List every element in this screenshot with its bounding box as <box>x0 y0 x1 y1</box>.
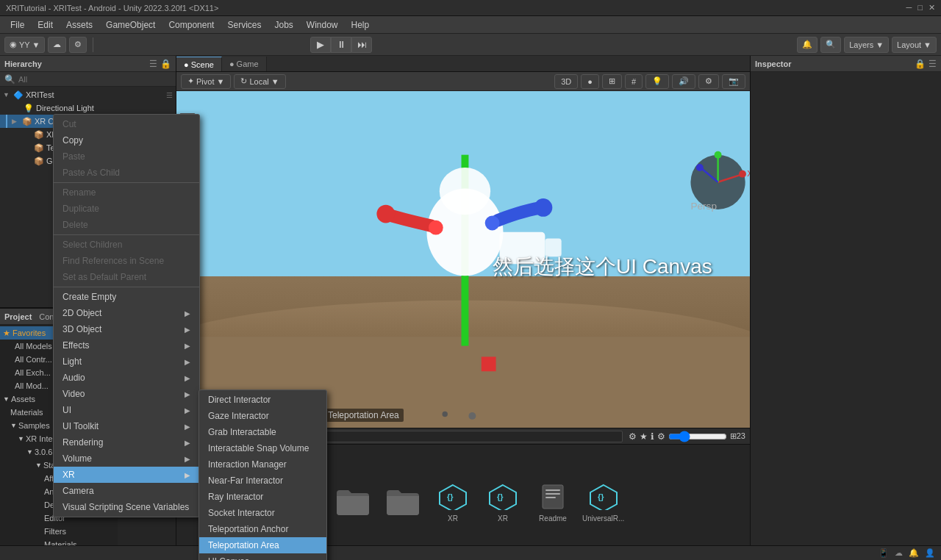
ctx-copy[interactable]: Copy <box>54 132 199 148</box>
ctx-paste[interactable]: Paste <box>54 148 199 165</box>
ctx-audio[interactable]: Audio ▶ <box>54 370 199 386</box>
xr-direct-interactor[interactable]: Direct Interactor <box>199 392 326 408</box>
asset-package-xr2[interactable]: {} XR <box>482 482 523 523</box>
zoom-control: ⊞23 <box>668 431 745 441</box>
menu-file[interactable]: File <box>4 18 30 32</box>
pivot-btn[interactable]: ✦ Pivot ▼ <box>181 74 231 89</box>
ctx-ui-toolkit[interactable]: UI Toolkit ▶ <box>54 418 199 434</box>
asset-info-icon[interactable]: ℹ <box>651 431 654 442</box>
status-icons: 📱 ☁ 🔔 👤 <box>879 548 935 558</box>
menu-services[interactable]: Services <box>221 18 267 32</box>
ctx-effects[interactable]: Effects ▶ <box>54 337 199 353</box>
search-btn[interactable]: 🔍 <box>820 37 841 53</box>
ctx-rendering[interactable]: Rendering ▶ <box>54 434 199 450</box>
svg-rect-31 <box>545 497 556 498</box>
xr-ray-interactor[interactable]: Ray Interactor <box>199 489 326 505</box>
close-btn[interactable]: ✕ <box>929 3 935 12</box>
asset-package-xr1[interactable]: {} XR <box>432 482 473 523</box>
status-notify-icon[interactable]: 🔔 <box>909 548 919 558</box>
scene-fx-btn[interactable]: ● <box>581 74 599 89</box>
ctx-delete[interactable]: Delete <box>54 217 199 233</box>
ctx-camera[interactable]: Camera <box>54 483 199 499</box>
asset-more-icon[interactable]: ⚙ <box>657 431 665 442</box>
ctx-select-children[interactable]: Select Children <box>54 237 199 253</box>
scene-camera-btn[interactable]: 📷 <box>722 74 745 89</box>
svg-text:{}: {} <box>598 492 604 501</box>
asset-package-universal[interactable]: {} UniversalR... <box>582 482 624 523</box>
tab-scene[interactable]: ● Scene <box>176 57 222 71</box>
menu-bar: File Edit Assets GameObject Component Se… <box>0 16 941 34</box>
ctx-visual-scripting[interactable]: Visual Scripting Scene Variables <box>54 499 199 515</box>
menu-jobs[interactable]: Jobs <box>268 18 298 32</box>
ctx-video[interactable]: Video ▶ <box>54 386 199 402</box>
menu-window[interactable]: Window <box>301 18 344 32</box>
xr-ui-canvas[interactable]: UI Canvas <box>199 553 326 560</box>
ctx-light[interactable]: Light ▶ <box>54 353 199 370</box>
hierarchy-menu-icon[interactable]: ☰ <box>149 59 157 69</box>
xr-near-far[interactable]: Near-Far Interactor <box>199 473 326 489</box>
ctx-cut[interactable]: Cut <box>54 116 199 132</box>
ctx-rename[interactable]: Rename <box>54 184 199 201</box>
scene-grid-btn[interactable]: # <box>625 74 643 89</box>
ctx-3d-object[interactable]: 3D Object ▶ <box>54 321 199 337</box>
zoom-slider[interactable] <box>668 432 727 441</box>
inspector-header: Inspector 🔒 ☰ <box>751 56 941 72</box>
minimize-btn[interactable]: ─ <box>906 3 912 12</box>
menu-gameobject[interactable]: GameObject <box>100 18 161 32</box>
cloud-btn[interactable]: ☁ <box>48 37 66 53</box>
hierarchy-lock-icon[interactable]: 🔒 <box>160 59 171 69</box>
ctx-set-default-parent[interactable]: Set as Default Parent <box>54 269 199 285</box>
status-user-icon[interactable]: 👤 <box>925 548 935 558</box>
ctx-create-empty[interactable]: Create Empty <box>54 289 199 305</box>
layers-dropdown[interactable]: Layers▼ <box>844 37 889 53</box>
svg-point-5 <box>440 168 490 215</box>
ctx-find-refs[interactable]: Find References in Scene <box>54 253 199 269</box>
menu-assets[interactable]: Assets <box>60 18 99 32</box>
xr-teleport-area[interactable]: Teleportation Area <box>199 537 326 553</box>
scene-audio-btn[interactable]: 🔊 <box>672 74 695 89</box>
pause-button[interactable]: ⏸ <box>331 37 351 53</box>
ctx-xr[interactable]: XR ▶ <box>54 467 199 483</box>
collab-btn[interactable]: 🔔 <box>797 37 817 53</box>
xr-interactable-snap[interactable]: Interactable Snap Volume <box>199 440 326 456</box>
xr-interaction-manager[interactable]: Interaction Manager <box>199 456 326 473</box>
ctx-ui[interactable]: UI ▶ <box>54 402 199 418</box>
local-btn[interactable]: ↻ Local ▼ <box>234 74 285 89</box>
xr-gaze-interactor[interactable]: Gaze Interactor <box>199 408 326 424</box>
settings-btn[interactable]: ⚙ <box>69 37 87 53</box>
inspector-menu-icon[interactable]: ☰ <box>929 59 937 69</box>
yy-dropdown[interactable]: ◉YY ▼ <box>4 37 45 53</box>
asset-star-icon[interactable]: ★ <box>640 431 648 442</box>
ctx-2d-object[interactable]: 2D Object ▶ <box>54 305 199 321</box>
scene-gizmo-btn[interactable]: ⊞ <box>602 74 622 89</box>
layout-dropdown[interactable]: Layout▼ <box>892 37 937 53</box>
asset-folder-5[interactable] <box>382 487 423 519</box>
scene-lights-btn[interactable]: 💡 <box>645 74 669 89</box>
view3d-btn[interactable]: 3D <box>554 74 578 89</box>
ctx-volume[interactable]: Volume ▶ <box>54 450 199 467</box>
xr-teleport-anchor[interactable]: Teleportation Anchor <box>199 521 326 537</box>
scene-more-btn[interactable]: ⚙ <box>698 74 719 89</box>
hierarchy-item-dirlight[interactable]: 💡 Directional Light <box>0 101 176 115</box>
ctx-paste-child[interactable]: Paste As Child <box>54 165 199 181</box>
status-android-icon[interactable]: 📱 <box>879 548 889 558</box>
maximize-btn[interactable]: □ <box>917 3 923 12</box>
status-cloud-icon[interactable]: ☁ <box>895 548 903 558</box>
step-button[interactable]: ⏭ <box>351 37 372 53</box>
tab-game[interactable]: ● Game <box>222 57 267 71</box>
asset-folder-4[interactable] <box>332 487 373 519</box>
asset-package-readme[interactable]: Readme <box>532 482 573 523</box>
xr-grab-interactable[interactable]: Grab Interactable <box>199 424 326 440</box>
xr-socket-interactor[interactable]: Socket Interactor <box>199 505 326 521</box>
play-button[interactable]: ▶ <box>310 37 331 53</box>
menu-component[interactable]: Component <box>162 18 220 32</box>
asset-settings-icon[interactable]: ⚙ <box>629 431 637 442</box>
menu-help[interactable]: Help <box>346 18 376 32</box>
ctx-duplicate[interactable]: Duplicate <box>54 201 199 217</box>
hierarchy-search-input[interactable] <box>18 75 171 84</box>
menu-edit[interactable]: Edit <box>32 18 59 32</box>
hierarchy-item-xritest[interactable]: ▼ 🔷 XRITest ☰ <box>0 88 176 101</box>
inspector-lock-icon[interactable]: 🔒 <box>915 59 926 69</box>
tree-filters[interactable]: Filters <box>0 525 118 538</box>
hierarchy-search-bar[interactable]: 🔍 <box>0 72 176 87</box>
